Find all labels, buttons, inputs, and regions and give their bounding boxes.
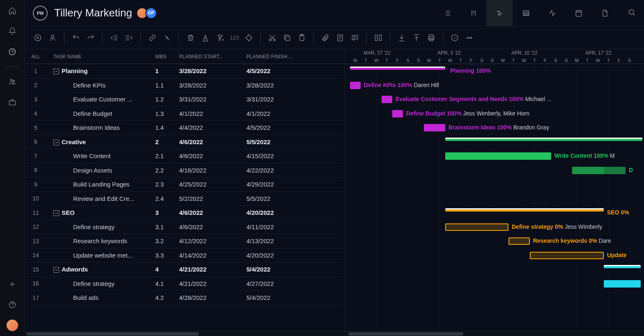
bell-icon[interactable] [7,25,18,37]
view-gantt-icon[interactable] [486,0,513,26]
gantt-row[interactable]: Write Content 100% M [345,149,644,163]
export-icon[interactable] [412,33,421,43]
gantt-task-bar[interactable] [604,280,641,288]
view-file-icon[interactable] [591,0,618,26]
grid-scrollbar[interactable] [25,331,345,336]
link-icon[interactable] [147,33,157,43]
table-row[interactable]: 11−SEO34/6/20224/20/2022 [25,206,345,220]
gantt-row[interactable] [345,192,644,206]
copy-icon[interactable] [282,33,292,43]
clear-format-icon[interactable] [215,33,225,43]
table-row[interactable]: 3Evaluate Customer ...1.23/31/20223/31/2… [25,92,345,107]
delete-icon[interactable] [186,33,196,43]
table-row[interactable]: 5Brainstorm Ideas1.44/4/20224/5/2022 [25,121,345,135]
search-icon[interactable] [628,8,636,18]
gantt-row[interactable] [345,135,644,150]
view-board-icon[interactable] [460,0,486,26]
collapse-icon[interactable]: − [53,69,59,74]
outdent-icon[interactable] [109,33,119,43]
gantt-row[interactable] [345,277,644,291]
col-header-finish[interactable]: PLANNED FINISH ... [246,54,314,60]
gantt-task-bar[interactable] [572,167,626,174]
gantt-summary-bar[interactable] [445,208,604,212]
briefcase-icon[interactable] [7,97,18,108]
help-icon[interactable] [7,299,18,311]
table-row[interactable]: 7Write Content2.14/6/20224/15/2022 [25,149,345,163]
redo-icon[interactable] [86,33,96,43]
gantt-task-bar[interactable] [508,237,530,245]
columns-icon[interactable] [373,33,383,43]
print-icon[interactable] [426,33,436,43]
gantt-task-bar[interactable] [445,223,508,231]
cut-icon[interactable] [267,33,277,43]
collapse-icon[interactable]: − [53,267,59,273]
gantt-row[interactable]: Define strategy 0% Jess Wimberly [345,220,644,235]
table-row[interactable]: 9Build Landing Pages2.34/25/20224/29/202… [25,177,345,192]
table-row[interactable]: 16Define strategy4.14/21/20224/27/2022 [25,277,345,291]
table-row[interactable]: 2Define KPIs1.13/28/20223/28/2022 [25,78,345,93]
table-row[interactable]: 13Research keywords3.24/12/20224/13/2022 [25,234,345,249]
comment-icon[interactable] [350,33,360,43]
collapse-icon[interactable]: − [53,210,59,216]
number-format-label[interactable]: 123 [230,35,239,41]
gantt-summary-bar[interactable] [350,67,445,70]
info-icon[interactable] [450,33,460,43]
gantt-task-bar[interactable] [350,82,361,89]
gantt-task-bar[interactable] [392,110,403,117]
gantt-row[interactable]: Define KPIs 100% Daren Hill [345,78,644,93]
attach-icon[interactable] [320,33,330,43]
assign-icon[interactable] [48,33,58,43]
gantt-row[interactable]: D [345,163,644,178]
add-task-icon[interactable] [33,33,43,43]
plus-icon[interactable] [7,278,18,290]
gantt-summary-bar[interactable] [445,138,642,141]
gantt-scrollbar[interactable] [345,331,644,336]
indent-icon[interactable] [124,33,134,43]
undo-icon[interactable] [71,33,81,43]
gantt-task-bar[interactable] [445,152,551,160]
paste-icon[interactable] [297,33,307,43]
table-row[interactable]: 12Define strategy3.14/6/20224/11/2022 [25,220,345,235]
view-activity-icon[interactable] [539,0,565,26]
unlink-icon[interactable] [162,33,172,43]
gantt-row[interactable]: Update [345,249,644,263]
col-header-name[interactable]: TASK NAME [50,54,155,60]
table-row[interactable]: 6−Creative24/6/20225/5/2022 [25,135,345,150]
app-logo[interactable]: PM [33,6,48,21]
col-header-all[interactable]: ALL [25,54,47,60]
gantt-summary-bar[interactable] [604,265,641,268]
gantt-row[interactable]: Research keywords 0% Dare [345,234,644,249]
text-format-icon[interactable] [200,33,210,43]
col-header-start[interactable]: PLANNED START... [179,54,246,60]
view-calendar-icon[interactable] [565,0,591,26]
gantt-row[interactable] [345,177,644,192]
gantt-task-bar[interactable] [424,124,445,131]
collapse-icon[interactable]: − [53,140,59,145]
table-row[interactable]: 15−Adwords44/21/20225/4/2022 [25,262,345,277]
gantt-row[interactable]: SEO 0% [345,206,644,220]
gantt-task-bar[interactable] [530,252,604,259]
table-row[interactable]: 8Design Assets2.24/18/20224/22/2022 [25,163,345,178]
clock-icon[interactable] [7,46,18,58]
more-icon[interactable] [465,33,474,43]
gantt-row[interactable]: Planning 100% [345,64,644,78]
notes-icon[interactable] [335,33,345,43]
gantt-row[interactable]: Define Budget 100% Jess Wimberly, Mike H… [345,107,644,121]
member-avatars[interactable]: GP [139,7,157,19]
home-icon[interactable] [7,5,18,16]
user-avatar[interactable] [7,320,18,331]
table-row[interactable]: 10Review and Edit Cre...2.45/2/20225/5/2… [25,192,345,206]
table-row[interactable]: 4Define Budget1.34/1/20224/1/2022 [25,107,345,121]
view-sheet-icon[interactable] [513,0,539,26]
gantt-task-bar[interactable] [382,96,392,103]
gantt-row[interactable] [345,262,644,277]
team-icon[interactable] [7,76,18,87]
milestone-icon[interactable] [244,33,254,43]
view-list-icon[interactable] [434,0,460,26]
gantt-timeline-header[interactable]: MAR, 27 '22APR, 3 '22APR, 10 '22APR, 17 … [345,49,644,64]
gantt-row[interactable] [345,291,644,305]
table-row[interactable]: 17Build ads4.24/28/20225/4/2022 [25,291,345,305]
table-row[interactable]: 1−Planning13/28/20224/5/2022 [25,64,345,78]
gantt-row[interactable]: Evaluate Customer Segments and Needs 100… [345,92,644,107]
table-row[interactable]: 14Update website met...3.34/14/20224/20/… [25,249,345,263]
